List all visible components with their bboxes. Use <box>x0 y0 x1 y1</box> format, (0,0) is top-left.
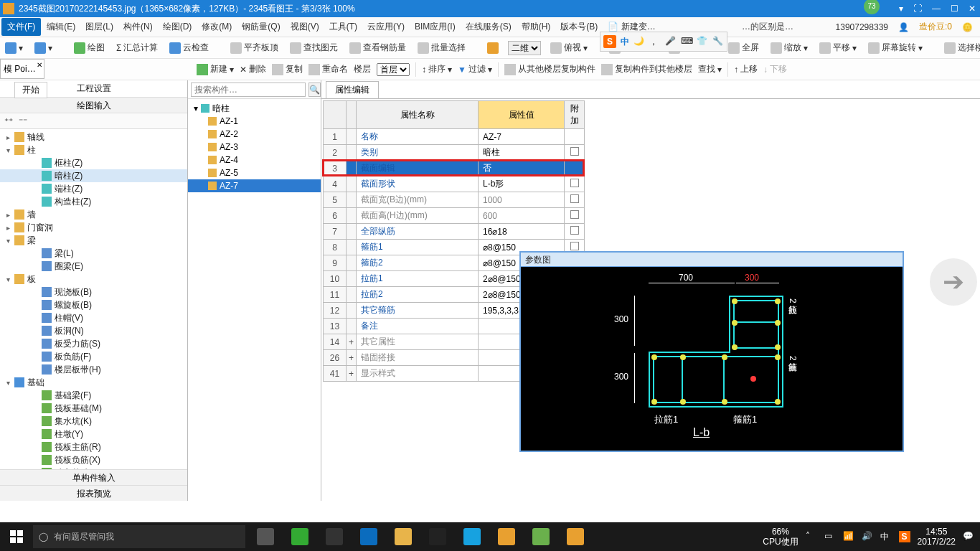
ime-tool-icon[interactable]: 🔧 <box>712 36 724 47</box>
screen-rotate-button[interactable]: 屏幕旋转▾ <box>866 40 925 55</box>
tree-node[interactable]: 端柱(Z) <box>0 182 187 195</box>
app-manager[interactable] <box>456 522 488 551</box>
tray-clock[interactable]: 14:552017/2/22 <box>918 527 956 547</box>
delete-button[interactable]: ✕ 删除 <box>240 63 266 75</box>
sogou-icon[interactable]: S <box>603 35 616 48</box>
tray-up-icon[interactable]: ˄ <box>806 531 817 542</box>
tree-node[interactable]: ▾板 <box>0 273 187 286</box>
tray-ime-icon[interactable]: 中 <box>880 531 892 542</box>
app-360b[interactable] <box>525 522 557 551</box>
tray-sogou-icon[interactable]: S <box>899 531 910 542</box>
sort-button[interactable]: ↕ 排序▾ <box>422 63 452 75</box>
close-icon[interactable]: ✕ <box>969 4 976 14</box>
coin-icon[interactable]: 🪙 <box>962 22 973 32</box>
tray-notifications-icon[interactable]: 💬 <box>963 531 974 542</box>
filter-button[interactable]: ▼ 过滤▾ <box>458 63 492 75</box>
menu-rebar[interactable]: 钢筋量(Q) <box>237 18 284 36</box>
search-button[interactable]: 🔍 <box>308 83 321 97</box>
tree-node[interactable]: 梁(L) <box>0 247 187 260</box>
ime-punct-icon[interactable]: ， <box>649 36 661 47</box>
component-tree[interactable]: ▸轴线▾柱框柱(Z)暗柱(Z)端柱(Z)构造柱(Z)▸墙▸门窗洞▾梁梁(L)圈梁… <box>0 129 187 469</box>
report-preview[interactable]: 报表预览 <box>0 485 187 501</box>
table-row[interactable]: 1名称AZ-7 <box>324 129 585 145</box>
tree-node[interactable]: 楼层板带(H) <box>0 363 187 376</box>
find-elem-button[interactable]: 查找图元 <box>288 40 340 55</box>
project-settings-label[interactable]: 工程设置 <box>77 83 111 95</box>
batch-select-button[interactable]: 批量选择 <box>415 40 468 55</box>
table-row[interactable]: 6截面高(H边)(mm)600 <box>324 208 585 224</box>
ime-keyboard-icon[interactable]: ⌨ <box>681 36 692 47</box>
view-mode-select[interactable]: 二维 <box>508 41 541 55</box>
menu-layer[interactable]: 图层(L) <box>81 18 118 36</box>
app-edge[interactable] <box>353 522 385 551</box>
ime-toolbar[interactable]: S 中 🌙 ， 🎤 ⌨ 👕 🔧 <box>600 32 727 52</box>
copy-from-floor-button[interactable]: 从其他楼层复制构件 <box>504 63 595 75</box>
fullscreen-icon[interactable]: ⛶ <box>913 4 922 14</box>
menu-draw[interactable]: 绘图(D) <box>159 18 197 36</box>
table-row[interactable]: 7全部纵筋16⌀18 <box>324 224 585 240</box>
expand-icon[interactable]: ⁺⁺ <box>4 116 13 126</box>
cloud-badge[interactable]: 73 <box>864 0 880 14</box>
sum-button[interactable]: Σ 汇总计算 <box>114 40 160 55</box>
tree-node[interactable]: ▾基础 <box>0 376 187 389</box>
app-2345[interactable] <box>491 522 522 551</box>
menu-help[interactable]: 帮助(H) <box>517 18 555 36</box>
tab-property-edit[interactable]: 属性编辑 <box>326 81 379 98</box>
copy-button[interactable]: 复制 <box>272 63 303 75</box>
menu-file[interactable]: 文件(F) <box>1 18 41 36</box>
table-row[interactable]: 3截面编辑否 <box>324 161 585 176</box>
list-item[interactable]: AZ-4 <box>188 154 321 166</box>
tree-node[interactable]: 柱帽(V) <box>0 311 187 324</box>
search-input[interactable] <box>191 83 306 97</box>
menu-tools[interactable]: 工具(T) <box>325 18 362 36</box>
tree-node[interactable]: 板负筋(F) <box>0 350 187 363</box>
view-steel-button[interactable]: 查看钢筋量 <box>347 40 408 55</box>
tree-node[interactable]: 螺旋板(B) <box>0 298 187 311</box>
tree-node[interactable]: 筏板主筋(R) <box>0 441 187 453</box>
tray-volume-icon[interactable]: 🔊 <box>862 531 873 542</box>
app-360[interactable] <box>284 522 316 551</box>
draw-input-header[interactable]: 绘图输入 <box>0 98 187 113</box>
menu-version[interactable]: 版本号(B) <box>556 18 602 36</box>
app-notes[interactable] <box>560 522 591 551</box>
ime-lang[interactable]: 中 <box>621 36 629 48</box>
move-up-button[interactable]: ↑ 上移 <box>734 63 758 75</box>
tray-wifi-icon[interactable]: 📶 <box>843 531 854 542</box>
maximize-icon[interactable]: ☐ <box>951 4 958 14</box>
copy-to-floor-button[interactable]: 复制构件到其他楼层 <box>601 63 692 75</box>
next-image-arrow[interactable]: ➔ <box>930 258 977 306</box>
tree-node[interactable]: 暗柱(Z) <box>0 169 187 182</box>
start-button[interactable] <box>0 522 33 551</box>
find-button[interactable]: 查找▾ <box>698 63 722 75</box>
menu-modify[interactable]: 修改(M) <box>197 18 236 36</box>
viewcube-button[interactable] <box>485 41 501 55</box>
list-item[interactable]: AZ-1 <box>188 115 321 128</box>
cpu-meter[interactable]: 66%CPU使用 <box>763 527 798 547</box>
tree-node[interactable]: 圈梁(E) <box>0 260 187 273</box>
draw-button[interactable]: 绘图 <box>72 40 107 55</box>
undo-button[interactable]: ▾ <box>3 41 25 55</box>
list-item[interactable]: AZ-3 <box>188 141 321 154</box>
menu-bim[interactable]: BIM应用(I) <box>410 18 460 36</box>
tree-node[interactable]: 筏板负筋(X) <box>0 453 187 466</box>
list-item[interactable]: AZ-7 <box>188 179 321 192</box>
minimize-icon[interactable]: — <box>932 4 941 14</box>
flat-top-button[interactable]: 平齐板顶 <box>228 40 281 55</box>
account-id[interactable]: 13907298339 <box>836 22 888 32</box>
tree-node[interactable]: 集水坑(K) <box>0 415 187 428</box>
app-store[interactable] <box>422 522 453 551</box>
menu-edit[interactable]: 编辑(E) <box>42 18 80 36</box>
table-row[interactable]: 5截面宽(B边)(mm)1000 <box>324 192 585 208</box>
menu-cloud[interactable]: 云应用(Y) <box>363 18 409 36</box>
tree-node[interactable]: 构造柱(Z) <box>0 195 187 208</box>
menu-component[interactable]: 构件(N) <box>119 18 157 36</box>
ime-moon-icon[interactable]: 🌙 <box>633 36 645 47</box>
table-row[interactable]: 2类别暗柱 <box>324 145 585 161</box>
menu-online[interactable]: 在线服务(S) <box>461 18 516 36</box>
tree-node[interactable]: 板受力筋(S) <box>0 337 187 350</box>
tree-node[interactable]: ▾梁 <box>0 234 187 247</box>
floor-select[interactable]: 首层 <box>377 63 410 76</box>
tree-node[interactable]: 柱墩(Y) <box>0 428 187 441</box>
list-item[interactable]: AZ-5 <box>188 166 321 179</box>
ime-mic-icon[interactable]: 🎤 <box>665 36 677 47</box>
